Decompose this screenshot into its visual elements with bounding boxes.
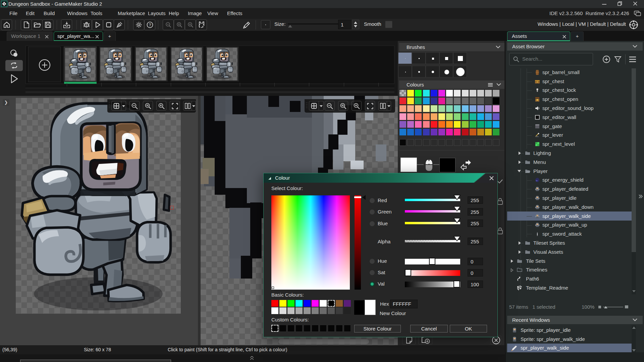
svg-text:?: ? xyxy=(149,23,151,27)
